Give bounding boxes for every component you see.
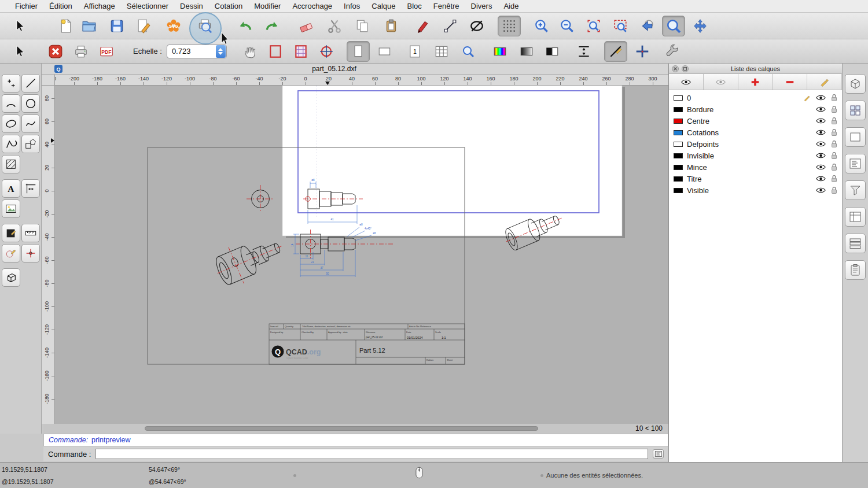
zoom-to-page-button[interactable] <box>457 41 480 62</box>
layer-lock-icon[interactable] <box>831 151 837 160</box>
full-color-mode-button[interactable] <box>488 41 512 62</box>
layer-list-toggle-button[interactable] <box>845 234 866 253</box>
menu-infos[interactable]: Infos <box>338 2 366 10</box>
menu-fenetre[interactable]: Fenêtre <box>428 2 465 10</box>
pan-button[interactable] <box>689 16 712 36</box>
layer-row-mince[interactable]: Mince <box>669 161 842 173</box>
page-borders-button[interactable] <box>264 41 287 62</box>
layer-color-swatch[interactable] <box>674 142 683 147</box>
layer-row-titre[interactable]: Titre <box>669 173 842 184</box>
image-tool-button[interactable] <box>2 199 20 218</box>
view-list-toggle-button[interactable] <box>845 127 866 147</box>
viewport-tools-button[interactable] <box>2 268 20 287</box>
layer-visibility-eye-icon[interactable] <box>816 164 826 171</box>
solid-fill-tool-button[interactable] <box>2 224 20 242</box>
delete-entities-button[interactable] <box>294 16 317 36</box>
snap-tools-button[interactable] <box>21 244 40 263</box>
text-tool-button[interactable]: A <box>2 179 20 198</box>
modify-tools-button[interactable] <box>2 244 20 263</box>
dimension-tools-button[interactable] <box>21 179 40 198</box>
line-tools-button[interactable] <box>21 74 40 93</box>
layer-color-swatch[interactable] <box>674 95 683 101</box>
layer-lock-icon[interactable] <box>831 175 837 183</box>
command-input[interactable] <box>95 449 648 459</box>
shape-tools-button[interactable] <box>21 135 40 153</box>
menu-selectionner[interactable]: Sélectionner <box>121 2 174 10</box>
edit-layer-button[interactable] <box>807 74 842 90</box>
layer-visibility-eye-icon[interactable] <box>816 117 826 124</box>
layer-lock-icon[interactable] <box>831 94 837 102</box>
copy-button[interactable] <box>351 16 374 36</box>
layer-color-swatch[interactable] <box>674 188 683 193</box>
layer-visibility-eye-icon[interactable] <box>816 187 826 194</box>
toggle-all-layers-button[interactable] <box>704 74 738 90</box>
print-preview-button[interactable] <box>193 16 216 36</box>
layer-color-swatch[interactable] <box>674 107 683 112</box>
add-layer-button[interactable] <box>738 74 773 90</box>
close-print-preview-button[interactable] <box>44 41 67 62</box>
selection-tool-button[interactable] <box>8 16 31 36</box>
line-two-points-button[interactable] <box>439 16 462 36</box>
layer-visibility-eye-icon[interactable] <box>816 152 826 159</box>
ellipse-tool-button[interactable] <box>465 16 488 36</box>
svg-export-button[interactable]: SVG <box>162 16 185 36</box>
zoom-in-button[interactable] <box>530 16 553 36</box>
layer-row-centre[interactable]: Centre <box>669 115 842 127</box>
circle-tools-button[interactable] <box>21 94 40 113</box>
layer-edit-pencil-icon[interactable] <box>803 94 811 102</box>
black-white-mode-button[interactable] <box>540 41 564 62</box>
portrait-orientation-button[interactable] <box>347 41 370 62</box>
drawing-canvas[interactable]: Item ref Quantity Title/Name, destinatio… <box>55 86 668 424</box>
menu-calque[interactable]: Calque <box>366 2 401 10</box>
auto-zoom-button[interactable] <box>582 16 605 36</box>
previous-view-button[interactable] <box>635 16 659 36</box>
grid-toggle-button[interactable] <box>498 16 521 36</box>
layer-row-bordure[interactable]: Bordure <box>669 103 842 115</box>
layer-lock-icon[interactable] <box>831 117 837 125</box>
ellipse-tools-button[interactable] <box>2 114 20 133</box>
menu-modifier[interactable]: Modifier <box>248 2 286 10</box>
layer-row-visible[interactable]: Visible <box>669 184 842 196</box>
print-margins-button[interactable] <box>289 41 312 62</box>
menu-edition[interactable]: Édition <box>43 2 78 10</box>
pdf-export-button[interactable]: PDF <box>95 41 118 62</box>
layer-visibility-eye-icon[interactable] <box>816 129 826 136</box>
arc-tools-button[interactable] <box>2 94 20 113</box>
layer-lock-icon[interactable] <box>831 128 837 136</box>
selection-tool-2-button[interactable] <box>8 41 31 62</box>
single-page-mode-button[interactable]: 1 <box>403 41 426 62</box>
document-tab-title[interactable]: part_05.12.dxf <box>312 65 356 73</box>
scale-combobox[interactable]: 0.723 <box>167 45 227 58</box>
property-editor-toggle-button[interactable] <box>845 74 866 94</box>
selection-filter-toggle-button[interactable] <box>845 180 866 200</box>
toggle-layer-visibility-button[interactable] <box>669 74 704 90</box>
zoom-selection-button[interactable] <box>609 16 632 36</box>
save-file-button[interactable] <box>105 16 128 36</box>
layer-visibility-eye-icon[interactable] <box>816 175 826 182</box>
layer-visibility-eye-icon[interactable] <box>816 106 826 113</box>
command-history-toggle-button[interactable] <box>845 154 866 173</box>
edit-preferences-button[interactable] <box>132 16 155 36</box>
redo-button[interactable] <box>260 16 284 36</box>
measure-tools-button[interactable] <box>21 224 40 242</box>
panel-undock-icon[interactable] <box>682 65 689 72</box>
draw-pen-button[interactable] <box>411 16 434 36</box>
layer-visibility-eye-icon[interactable] <box>816 94 826 101</box>
window-zoom-button[interactable] <box>662 16 685 36</box>
cut-button[interactable] <box>323 16 346 36</box>
print-settings-button[interactable] <box>661 41 684 62</box>
remove-layer-button[interactable] <box>773 74 807 90</box>
new-file-button[interactable] <box>54 16 78 36</box>
menu-accrochage[interactable]: Accrochage <box>286 2 338 10</box>
layer-color-swatch[interactable] <box>674 176 683 182</box>
layer-row-cotations[interactable]: Cotations <box>669 127 842 138</box>
landscape-orientation-button[interactable] <box>373 41 396 62</box>
menu-affichage[interactable]: Affichage <box>78 2 121 10</box>
menu-fichier[interactable]: Fichier <box>9 2 43 10</box>
layer-lock-icon[interactable] <box>831 140 837 148</box>
open-file-button[interactable] <box>78 16 101 36</box>
layer-row-invisible[interactable]: Invisible <box>669 150 842 161</box>
panel-close-icon[interactable] <box>672 65 679 72</box>
block-list-toggle-button[interactable] <box>845 101 866 120</box>
hairline-mode-button[interactable] <box>572 41 595 62</box>
